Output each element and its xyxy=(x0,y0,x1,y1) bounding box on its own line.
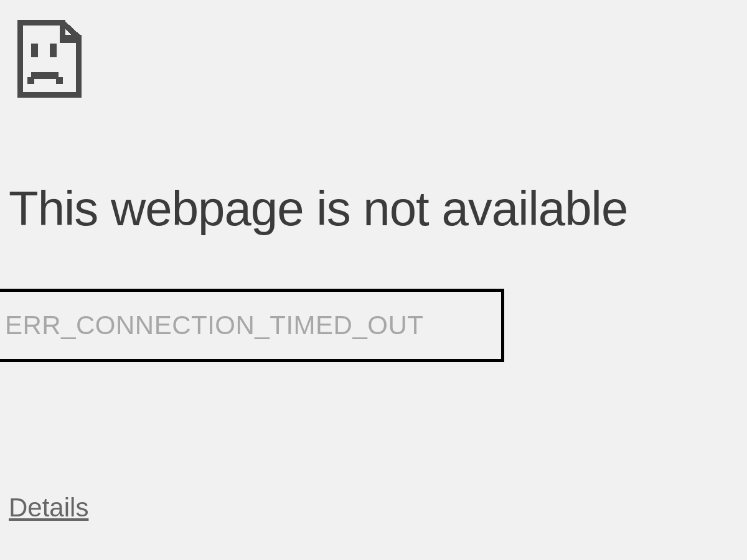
svg-rect-4 xyxy=(56,77,63,84)
error-code-box: ERR_CONNECTION_TIMED_OUT xyxy=(0,289,504,362)
error-code: ERR_CONNECTION_TIMED_OUT xyxy=(5,310,423,340)
svg-rect-1 xyxy=(50,44,57,57)
svg-rect-2 xyxy=(31,72,59,79)
sad-page-icon xyxy=(14,17,88,101)
svg-rect-3 xyxy=(27,77,34,84)
details-link[interactable]: Details xyxy=(9,493,88,523)
error-title: This webpage is not available xyxy=(9,180,627,237)
svg-rect-0 xyxy=(31,44,38,57)
